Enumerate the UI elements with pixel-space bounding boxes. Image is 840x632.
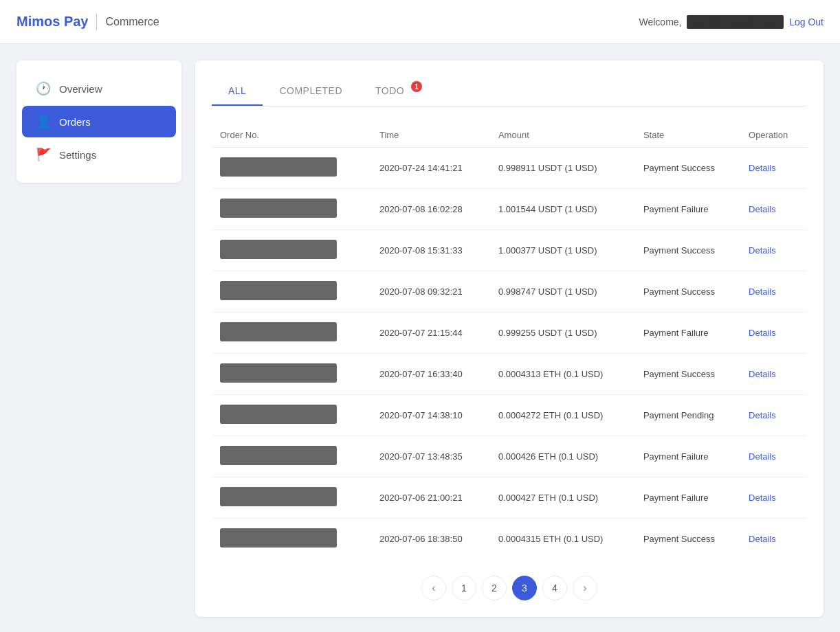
brand-title: Mimos Pay	[16, 14, 88, 30]
table-row: 2020-07-07 13:48:350.000426 ETH (0.1 USD…	[212, 436, 807, 477]
sidebar: 🕐 Overview 👤 Orders 🚩 Settings	[16, 60, 181, 183]
order-no-redacted	[220, 281, 337, 300]
time-cell: 2020-07-08 15:31:33	[371, 230, 490, 271]
amount-cell: 0.999255 USDT (1 USD)	[490, 313, 635, 354]
brand-subtitle: Commerce	[105, 16, 159, 28]
time-cell: 2020-07-07 13:48:35	[371, 436, 490, 477]
sidebar-label-overview: Overview	[59, 83, 102, 95]
order-no-cell	[212, 436, 371, 477]
details-link[interactable]: Details	[749, 163, 776, 173]
amount-cell: 0.000427 ETH (0.1 USD)	[490, 477, 635, 519]
sidebar-item-orders[interactable]: 👤 Orders	[22, 106, 176, 137]
time-cell: 2020-07-07 21:15:44	[371, 313, 490, 354]
operation-cell: Details	[740, 230, 807, 271]
order-no-cell	[212, 477, 371, 519]
details-link[interactable]: Details	[749, 410, 776, 420]
amount-cell: 0.998747 USDT (1 USD)	[490, 271, 635, 313]
page-4-button[interactable]: 4	[542, 576, 567, 600]
details-link[interactable]: Details	[749, 369, 776, 379]
details-link[interactable]: Details	[749, 534, 776, 544]
state-cell: Payment Success	[635, 519, 740, 560]
amount-cell: 0.000426 ETH (0.1 USD)	[490, 436, 635, 477]
state-cell: Payment Success	[635, 354, 740, 395]
sidebar-label-settings: Settings	[59, 149, 96, 161]
col-order-no: Order No.	[212, 123, 371, 148]
details-link[interactable]: Details	[749, 451, 776, 462]
amount-cell: 1.001544 USDT (1 USD)	[490, 189, 635, 230]
order-no-cell	[212, 313, 371, 354]
todo-badge: 1	[411, 81, 422, 92]
amount-cell: 0.0004313 ETH (0.1 USD)	[490, 354, 635, 395]
table-row: 2020-07-08 16:02:281.001544 USDT (1 USD)…	[212, 189, 807, 230]
page-1-button[interactable]: 1	[452, 576, 476, 600]
time-cell: 2020-07-06 21:00:21	[371, 477, 490, 519]
state-cell: Payment Success	[635, 148, 740, 189]
order-no-cell	[212, 519, 371, 560]
sidebar-item-overview[interactable]: 🕐 Overview	[22, 73, 176, 104]
operation-cell: Details	[740, 395, 807, 436]
next-arrow-icon: ›	[583, 582, 586, 594]
prev-page-button[interactable]: ‹	[421, 576, 446, 600]
operation-cell: Details	[740, 477, 807, 519]
amount-cell: 0.998911 USDT (1 USD)	[490, 148, 635, 189]
operation-cell: Details	[740, 148, 807, 189]
details-link[interactable]: Details	[749, 328, 776, 338]
tab-all[interactable]: ALL	[212, 77, 263, 106]
header-right: Welcome, user@example.com Log Out	[639, 15, 824, 29]
page-3-button[interactable]: 3	[512, 576, 537, 600]
time-cell: 2020-07-07 16:33:40	[371, 354, 490, 395]
col-time: Time	[371, 123, 490, 148]
table-header-row: Order No. Time Amount State Operation	[212, 123, 807, 148]
order-no-cell	[212, 354, 371, 395]
next-page-button[interactable]: ›	[573, 576, 597, 600]
details-link[interactable]: Details	[749, 493, 776, 503]
welcome-text: Welcome,	[639, 16, 681, 27]
tab-completed[interactable]: COMPLETED	[263, 77, 359, 106]
time-cell: 2020-07-24 14:41:21	[371, 148, 490, 189]
brand-divider	[96, 14, 97, 30]
page-2-button[interactable]: 2	[482, 576, 507, 600]
amount-cell: 0.0004272 ETH (0.1 USD)	[490, 395, 635, 436]
footer: @MIMOS Support | Privacy & Terms	[0, 617, 840, 632]
order-no-redacted	[220, 157, 337, 177]
details-link[interactable]: Details	[749, 204, 776, 214]
operation-cell: Details	[740, 436, 807, 477]
state-cell: Payment Success	[635, 230, 740, 271]
order-no-cell	[212, 395, 371, 436]
brand: Mimos Pay Commerce	[16, 14, 159, 30]
clock-icon: 🕐	[36, 81, 49, 96]
table-row: 2020-07-08 09:32:210.998747 USDT (1 USD)…	[212, 271, 807, 313]
col-state: State	[635, 123, 740, 148]
operation-cell: Details	[740, 189, 807, 230]
amount-cell: 0.0004315 ETH (0.1 USD)	[490, 519, 635, 560]
amount-cell: 1.000377 USDT (1 USD)	[490, 230, 635, 271]
order-no-redacted	[220, 363, 337, 383]
state-cell: Payment Success	[635, 271, 740, 313]
time-cell: 2020-07-08 09:32:21	[371, 271, 490, 313]
header: Mimos Pay Commerce Welcome, user@example…	[0, 0, 840, 44]
sidebar-item-settings[interactable]: 🚩 Settings	[22, 139, 176, 170]
order-no-cell	[212, 189, 371, 230]
sidebar-label-orders: Orders	[59, 116, 91, 128]
table-row: 2020-07-07 14:38:100.0004272 ETH (0.1 US…	[212, 395, 807, 436]
order-no-redacted	[220, 240, 337, 259]
time-cell: 2020-07-07 14:38:10	[371, 395, 490, 436]
prev-arrow-icon: ‹	[432, 582, 435, 594]
orders-table: Order No. Time Amount State Operation 20…	[212, 123, 807, 559]
details-link[interactable]: Details	[749, 245, 776, 256]
person-icon: 👤	[36, 114, 49, 129]
time-cell: 2020-07-08 16:02:28	[371, 189, 490, 230]
operation-cell: Details	[740, 354, 807, 395]
state-cell: Payment Failure	[635, 436, 740, 477]
state-cell: Payment Failure	[635, 313, 740, 354]
table-row: 2020-07-06 18:38:500.0004315 ETH (0.1 US…	[212, 519, 807, 560]
tabs: ALL COMPLETED TODO 1	[212, 77, 807, 106]
content-area: ALL COMPLETED TODO 1 Order No. Time Amou…	[195, 60, 824, 617]
col-amount: Amount	[490, 123, 635, 148]
tab-todo[interactable]: TODO 1	[359, 77, 426, 106]
state-cell: Payment Failure	[635, 189, 740, 230]
logout-button[interactable]: Log Out	[789, 16, 824, 27]
details-link[interactable]: Details	[749, 286, 776, 297]
table-row: 2020-07-24 14:41:210.998911 USDT (1 USD)…	[212, 148, 807, 189]
col-operation: Operation	[740, 123, 807, 148]
